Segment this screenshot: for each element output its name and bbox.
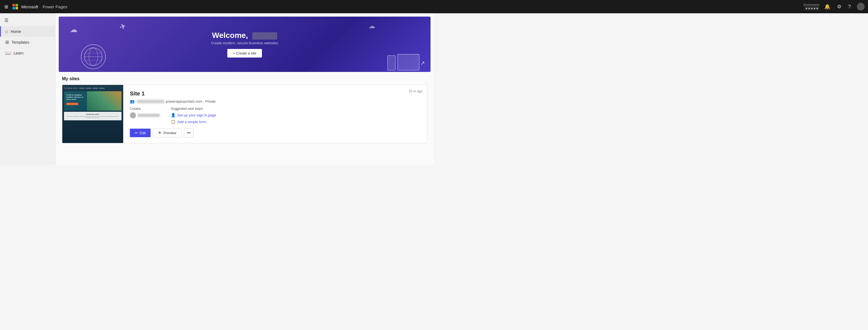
- visibility-badge: - Private: [203, 100, 216, 103]
- hero-content: Welcome, Create modern, secure business …: [211, 31, 278, 58]
- sidebar-item-templates[interactable]: ⊞ Templates: [0, 37, 55, 47]
- username-blur: [252, 32, 277, 39]
- sidebar: ☰ ⌂ Home ⊞ Templates 📖 Learn: [0, 13, 55, 165]
- more-options-button[interactable]: •••: [184, 128, 194, 137]
- sidebar-item-home-label: Home: [11, 29, 21, 34]
- step-signin-label: Set up your sign in page: [177, 113, 216, 117]
- main-content: ☁ ✈ ☁ ↗ Welcome,: [55, 13, 434, 165]
- top-navigation: ⊞ Microsoft Power Pages Environment ● ● …: [0, 0, 434, 13]
- svg-point-0: [85, 48, 102, 66]
- my-sites-section: My sites Company name: [55, 72, 434, 148]
- edit-label: Edit: [140, 131, 146, 135]
- site-url: .powerappsportals.com - Private: [137, 99, 216, 103]
- sidebar-item-templates-label: Templates: [12, 40, 29, 44]
- hero-banner: ☁ ✈ ☁ ↗ Welcome,: [59, 16, 431, 72]
- creator-value: [130, 112, 160, 119]
- hero-subtitle: Create modern, secure business websites: [211, 41, 278, 45]
- site-actions: ✏ Edit 👁 Preview •••: [130, 128, 420, 137]
- my-sites-title: My sites: [62, 76, 427, 81]
- site-thumbnail: Company name Create an engaging headline…: [62, 85, 123, 143]
- svg-point-1: [89, 48, 98, 66]
- next-steps-col: Suggested next steps 👤 Set up your sign …: [171, 107, 216, 124]
- preview-button[interactable]: 👁 Preview: [153, 128, 181, 137]
- url-blur: [137, 100, 164, 103]
- site-url-row: 👥 .powerappsportals.com - Private: [130, 99, 420, 103]
- sidebar-item-learn-label: Learn: [13, 51, 24, 55]
- sidebar-hamburger[interactable]: ☰: [0, 15, 55, 25]
- app-layout: ☰ ⌂ Home ⊞ Templates 📖 Learn ☁ ✈: [0, 13, 434, 165]
- monitor-decoration: [397, 54, 420, 70]
- learn-icon: 📖: [5, 51, 11, 56]
- cloud-decoration-right: ☁: [369, 22, 375, 30]
- create-site-button[interactable]: + Create a site: [227, 49, 262, 58]
- step-form[interactable]: 📋 Add a simple form: [171, 120, 216, 124]
- sidebar-item-home[interactable]: ⌂ Home: [0, 26, 55, 37]
- preview-label: Preview: [163, 131, 176, 135]
- brand-label: Microsoft: [21, 4, 38, 9]
- creator-label: Creator: [130, 107, 160, 111]
- thumb-intro-title: Introduction section: [66, 113, 120, 115]
- eye-icon: 👁: [158, 131, 162, 135]
- url-icon: 👥: [130, 99, 134, 103]
- site-details: Site 1 👥 .powerappsportals.com - Private…: [123, 85, 427, 143]
- templates-icon: ⊞: [5, 39, 9, 45]
- waffle-icon[interactable]: ⊞: [3, 3, 9, 10]
- thumb-logo: Company name: [64, 87, 78, 89]
- app-name-label: Power Pages: [43, 4, 67, 9]
- cloud-decoration-left: ☁: [70, 25, 78, 34]
- hero-welcome-text: Welcome,: [211, 31, 278, 40]
- creator-col: Creator: [130, 107, 160, 124]
- welcome-label: Welcome,: [212, 31, 248, 39]
- globe-decoration: [81, 44, 106, 69]
- microsoft-logo: [12, 4, 18, 9]
- phone-decoration: [388, 55, 396, 70]
- suggested-steps-label: Suggested next steps: [171, 107, 216, 111]
- edit-button[interactable]: ✏ Edit: [130, 129, 151, 137]
- home-icon: ⌂: [5, 29, 8, 34]
- site-name: Site 1: [130, 91, 420, 97]
- thumb-cta: Apply an action here: [66, 103, 79, 105]
- devices-decoration: [388, 54, 420, 70]
- creator-name: [137, 114, 160, 117]
- site-timestamp: 33 m ago: [409, 89, 423, 93]
- cursor-decoration: ↗: [420, 60, 425, 66]
- thumb-intro-text: Create a short paragraph that shows your…: [66, 116, 120, 119]
- signin-icon: 👤: [171, 113, 176, 117]
- step-signin[interactable]: 👤 Set up your sign in page: [171, 113, 216, 117]
- url-suffix: .powerappsportals.com: [165, 99, 202, 103]
- pencil-icon: ✏: [135, 131, 138, 135]
- site-card: Company name Create an engaging headline…: [62, 85, 427, 143]
- step-form-label: Add a simple form: [177, 120, 206, 124]
- thumb-headline: Create an engaging headline, welcome, or…: [66, 94, 86, 100]
- paper-plane-decoration: ✈: [118, 21, 127, 32]
- sidebar-item-learn[interactable]: 📖 Learn: [0, 47, 55, 58]
- site-meta-row: Creator Suggested next steps 👤 Set up yo…: [130, 107, 420, 124]
- form-icon: 📋: [171, 120, 176, 124]
- creator-avatar: [130, 112, 136, 119]
